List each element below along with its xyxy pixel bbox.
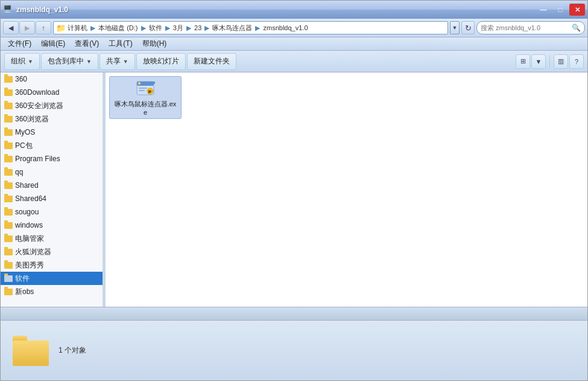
folder-icon: [4, 222, 13, 229]
folder-icon: [4, 103, 13, 109]
path-part: 本地磁盘 (D:): [98, 24, 138, 31]
search-icon[interactable]: 🔍: [572, 24, 581, 32]
file-item-exe[interactable]: ▶ 啄木鸟鼠标连点器.exe: [109, 76, 182, 119]
bottom-area: 1 个对象: [1, 320, 587, 380]
close-button[interactable]: ✕: [569, 4, 585, 16]
sidebar-item-meitu[interactable]: 美图秀秀: [1, 258, 103, 272]
sidebar-item-software[interactable]: 软件: [1, 272, 103, 285]
sidebar-item-shared[interactable]: Shared: [1, 179, 103, 192]
sidebar-item-newobs[interactable]: 新obs: [1, 285, 103, 298]
toolbar-share-label: 共享: [106, 56, 121, 66]
toolbar-separator: [549, 55, 550, 68]
sidebar-item-firefox[interactable]: 火狐浏览器: [1, 245, 103, 258]
sidebar-item-label: 火狐浏览器: [15, 247, 51, 257]
maximize-button[interactable]: □: [552, 4, 568, 16]
folder-icon: [4, 142, 13, 149]
folder-icon: [4, 289, 13, 295]
sidebar-item-360[interactable]: 360: [1, 72, 103, 86]
sidebar-item-shared64[interactable]: Shared64: [1, 192, 103, 205]
view-buttons: ⊞ ▼ ▥ ?: [516, 54, 584, 69]
folder-icon: [4, 262, 13, 269]
svg-point-3: [138, 82, 141, 85]
folder-icon: [4, 182, 13, 189]
sidebar-item-label: windows: [15, 221, 43, 229]
toolbar-newfolder-button[interactable]: 新建文件夹: [187, 53, 236, 70]
svg-rect-5: [139, 90, 145, 91]
path-part: zmsnbldq_v1.0: [264, 24, 308, 31]
sidebar-item-360download[interactable]: 360Download: [1, 86, 103, 99]
bottom-status-text: 1 个对象: [58, 345, 86, 356]
sidebar-item-360browser[interactable]: 360浏览器: [1, 112, 103, 126]
toolbar-slideshow-label: 放映幻灯片: [143, 56, 179, 66]
search-box: 🔍: [476, 21, 585, 34]
path-part: 3月: [173, 24, 183, 31]
sidebar-item-label: Shared: [15, 181, 39, 190]
preview-pane-button[interactable]: ▥: [554, 54, 568, 69]
toolbar-include-button[interactable]: 包含到库中 ▼: [41, 53, 98, 70]
menu-edit[interactable]: 编辑(E): [36, 37, 70, 50]
forward-button[interactable]: ▶: [19, 21, 35, 34]
menubar: 文件(F) 编辑(E) 查看(V) 工具(T) 帮助(H): [1, 37, 587, 51]
menu-file[interactable]: 文件(F): [3, 37, 36, 50]
window: 🖥️ zmsnbldq_v1.0 — □ ✕ ◀ ▶ ↑ 📁 计算机 ▶ 本地磁…: [0, 0, 588, 381]
sidebar-item-label: MyOS: [15, 128, 35, 136]
window-icon: 🖥️: [3, 5, 13, 14]
address-folder-icon: 📁: [56, 24, 66, 33]
sidebar-item-myos[interactable]: MyOS: [1, 126, 103, 139]
sidebar-item-label: 软件: [15, 274, 30, 284]
help-button[interactable]: ?: [569, 54, 584, 69]
address-row: ◀ ▶ ↑ 📁 计算机 ▶ 本地磁盘 (D:) ▶ 软件 ▶ 3月 ▶ 23 ▶…: [3, 21, 585, 35]
toolbar-slideshow-button[interactable]: 放映幻灯片: [136, 53, 186, 70]
back-button[interactable]: ◀: [3, 21, 19, 34]
sidebar-item-label: qq: [15, 168, 23, 176]
view-details-button[interactable]: ⊞: [516, 54, 530, 69]
view-arrow-button[interactable]: ▼: [531, 54, 546, 69]
toolbar-organize-label: 组织: [11, 56, 25, 66]
address-bar[interactable]: 📁 计算机 ▶ 本地磁盘 (D:) ▶ 软件 ▶ 3月 ▶ 23 ▶ 啄木鸟连点…: [53, 21, 448, 34]
sidebar-item-programfiles[interactable]: Program Files: [1, 152, 103, 165]
sidebar-item-label: 360: [15, 75, 27, 83]
toolbar: 组织 ▼ 包含到库中 ▼ 共享 ▼ 放映幻灯片 新建文件夹 ⊞ ▼ ▥ ?: [1, 51, 587, 72]
sidebar-item-label: 电脑管家: [15, 234, 44, 244]
sidebar-item-diannaogj[interactable]: 电脑管家: [1, 232, 103, 245]
folder-icon: [4, 249, 13, 255]
sidebar-item-pcbag[interactable]: PC包: [1, 139, 103, 152]
address-dropdown-button[interactable]: ▼: [450, 21, 460, 34]
sidebar-item-label: 360Download: [15, 88, 59, 97]
menu-help[interactable]: 帮助(H): [138, 37, 172, 50]
sidebar-item-label: 美图秀秀: [15, 260, 44, 271]
minimize-button[interactable]: —: [536, 4, 551, 16]
menu-tools[interactable]: 工具(T): [104, 37, 137, 50]
include-arrow-icon: ▼: [86, 59, 92, 65]
sidebar-item-label: sougou: [15, 208, 39, 216]
sidebar-item-label: 新obs: [15, 287, 34, 297]
exe-file-icon: ▶: [136, 79, 155, 98]
menu-view[interactable]: 查看(V): [70, 37, 104, 50]
nav-button-group: ◀ ▶ ↑: [3, 21, 51, 34]
folder-icon: [4, 196, 13, 202]
toolbar-share-button[interactable]: 共享 ▼: [100, 53, 135, 70]
exe-icon-svg: ▶: [136, 79, 155, 98]
sidebar-item-label: PC包: [15, 141, 33, 151]
svg-rect-4: [139, 88, 147, 89]
window-title: zmsnbldq_v1.0: [16, 5, 536, 14]
sidebar-item-sougou[interactable]: sougou: [1, 205, 103, 219]
titlebar-buttons: — □ ✕: [536, 4, 585, 16]
sidebar-item-windows[interactable]: windows: [1, 219, 103, 232]
svg-rect-2: [138, 82, 155, 84]
sidebar-item-360browser-safe[interactable]: 360安全浏览器: [1, 99, 103, 112]
statusbar: [1, 307, 587, 320]
folder-icon: [4, 275, 13, 282]
folder-icon: [4, 156, 13, 162]
file-area[interactable]: ▶ 啄木鸟鼠标连点器.exe: [106, 72, 587, 307]
folder-icon: [4, 235, 13, 242]
toolbar-organize-button[interactable]: 组织 ▼: [4, 53, 40, 70]
sidebar-item-qq[interactable]: qq: [1, 165, 103, 179]
search-input[interactable]: [481, 24, 569, 31]
folder-icon: [4, 116, 13, 123]
refresh-button[interactable]: ↻: [461, 21, 475, 34]
folder-icon: [4, 129, 13, 136]
up-button[interactable]: ↑: [36, 21, 51, 34]
toolbar-newfolder-label: 新建文件夹: [194, 56, 230, 66]
sidebar: 360 360Download 360安全浏览器 360浏览器 MyOS PC包: [1, 72, 103, 307]
